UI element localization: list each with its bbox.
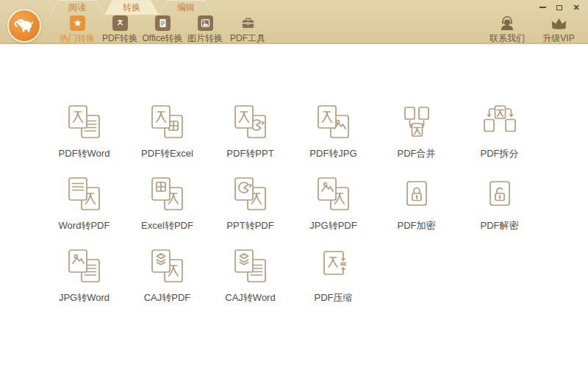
pdf-to-excel-icon [147, 101, 188, 143]
tab-read[interactable]: 阅读 [50, 0, 104, 15]
caj-to-word-icon [230, 246, 271, 287]
tool-label: PPT转PDF [226, 219, 273, 232]
tab-convert[interactable]: 转换 [104, 0, 159, 15]
tool-label: PDF转Excel [141, 147, 193, 160]
tool-label: JPG转PDF [309, 219, 356, 232]
tool-pdf-to-excel[interactable]: PDF转Excel [126, 101, 209, 160]
maximize-button[interactable] [555, 3, 564, 12]
tool-label: PDF加密 [398, 219, 436, 232]
tool-pdf-to-word[interactable]: PDF转Word [43, 101, 126, 160]
image-icon [198, 15, 213, 31]
tab-label: 转换 [104, 0, 159, 15]
tab-bar: 阅读 转换 编辑 [50, 0, 213, 15]
tool-word-to-pdf[interactable]: Word转PDF [43, 174, 126, 232]
upgrade-vip-label: 升级VIP [542, 32, 574, 45]
tool-pdf-compress[interactable]: PDF压缩 [292, 246, 375, 304]
toolbar-item-label: PDF工具 [230, 32, 265, 45]
tool-pdf-split[interactable]: PDF拆分 [458, 101, 541, 160]
star-icon [70, 15, 85, 31]
pdf-to-jpg-icon [313, 101, 354, 143]
app-window: 阅读 转换 编辑 [0, 0, 588, 392]
tool-jpg-to-pdf[interactable]: JPG转PDF [292, 174, 375, 232]
toolbar-item-hot-convert[interactable]: 热门转换 [56, 15, 98, 45]
tool-label: PDF转Word [59, 147, 110, 160]
tool-label: CAJ转PDF [144, 291, 191, 304]
crown-icon [549, 15, 569, 32]
contact-us-button[interactable]: 联系我们 [488, 15, 526, 45]
toolbar-item-pdf-tools[interactable]: PDF工具 [226, 15, 269, 45]
tool-label: PDF拆分 [481, 147, 519, 160]
ppt-to-pdf-icon [230, 174, 271, 215]
pdf-to-ppt-icon [230, 101, 271, 143]
tool-pdf-decrypt[interactable]: PDF解密 [458, 174, 541, 232]
jpg-to-pdf-icon [313, 174, 354, 215]
tool-ppt-to-pdf[interactable]: PPT转PDF [209, 174, 292, 232]
close-button[interactable]: ✕ [572, 3, 581, 12]
toolbar-item-label: 热门转换 [60, 32, 95, 45]
toolbox-icon [240, 15, 256, 31]
tab-label: 阅读 [50, 0, 104, 15]
lock-icon [396, 174, 437, 215]
app-logo[interactable] [7, 9, 41, 43]
elephant-mascot-icon [12, 13, 37, 39]
tab-label: 编辑 [159, 0, 213, 15]
tool-pdf-to-jpg[interactable]: PDF转JPG [292, 101, 375, 160]
pdf-compress-icon [313, 246, 354, 287]
tab-edit[interactable]: 编辑 [159, 0, 213, 15]
tool-label: Word转PDF [59, 219, 110, 232]
tool-jpg-to-word[interactable]: JPG转Word [43, 246, 126, 304]
pdf-icon [112, 15, 128, 31]
tool-label: PDF合并 [398, 147, 436, 160]
tool-pdf-encrypt[interactable]: PDF加密 [375, 174, 458, 232]
tool-label: CAJ转Word [225, 291, 275, 304]
tool-label: PDF压缩 [315, 291, 353, 304]
excel-to-pdf-icon [147, 174, 188, 215]
window-controls: ✕ [538, 3, 581, 12]
pdf-merge-icon [396, 101, 437, 143]
tool-grid: PDF转Word PDF转Excel PDF转PPT PDF转JPG PDF合并… [43, 101, 541, 304]
toolbar-item-pdf-convert[interactable]: PDF转换 [98, 15, 141, 45]
toolbar-item-label: 图片转换 [187, 32, 223, 45]
tool-pdf-to-ppt[interactable]: PDF转PPT [209, 101, 292, 160]
toolbar-item-office-convert[interactable]: Office转换 [141, 15, 184, 45]
minimize-button[interactable] [538, 3, 547, 12]
toolbar-item-label: Office转换 [142, 32, 182, 45]
toolbar: 热门转换 PDF转换 Office转换 图片转换 PDF工具 [56, 15, 269, 45]
header-bar: 阅读 转换 编辑 [0, 0, 588, 44]
tool-pdf-merge[interactable]: PDF合并 [375, 101, 458, 160]
headset-icon [498, 15, 517, 32]
tool-label: PDF解密 [481, 219, 519, 232]
tool-label: PDF转JPG [309, 147, 356, 160]
header-right-actions: 联系我们 升级VIP [488, 15, 578, 45]
contact-us-label: 联系我们 [490, 32, 525, 45]
tool-excel-to-pdf[interactable]: Excel转PDF [126, 174, 209, 232]
toolbar-item-label: PDF转换 [102, 32, 137, 45]
caj-to-pdf-icon [147, 246, 188, 287]
tool-label: Excel转PDF [141, 219, 193, 232]
toolbar-item-image-convert[interactable]: 图片转换 [184, 15, 226, 45]
tool-label: PDF转PPT [226, 147, 273, 160]
pdf-split-icon [479, 101, 520, 143]
tool-caj-to-word[interactable]: CAJ转Word [209, 246, 292, 304]
tool-label: JPG转Word [59, 291, 110, 304]
word-to-pdf-icon [64, 174, 105, 215]
upgrade-vip-button[interactable]: 升级VIP [539, 15, 578, 45]
pdf-to-word-icon [64, 101, 105, 143]
doc-icon [155, 15, 171, 31]
tool-caj-to-pdf[interactable]: CAJ转PDF [126, 246, 209, 304]
unlock-icon [479, 174, 520, 215]
jpg-to-word-icon [64, 246, 105, 287]
